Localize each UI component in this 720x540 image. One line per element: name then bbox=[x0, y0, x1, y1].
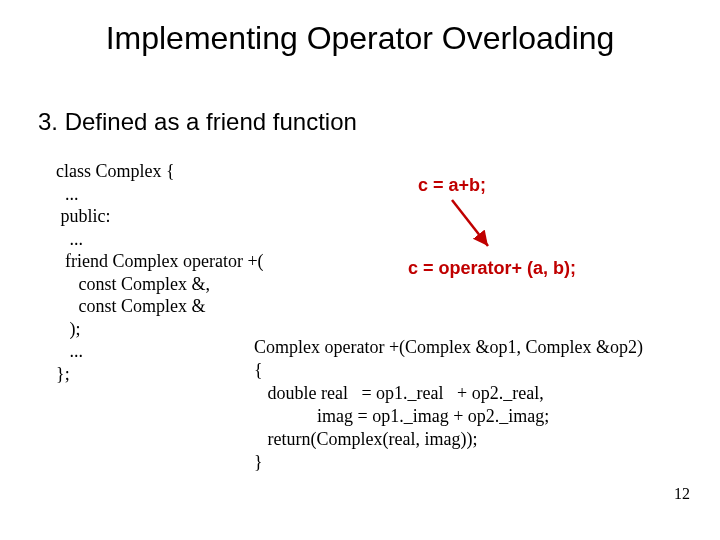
arrow-down-right-icon bbox=[444, 196, 514, 256]
slide: Implementing Operator Overloading 3. Def… bbox=[0, 0, 720, 540]
class-declaration-code: class Complex { ... public: ... friend C… bbox=[56, 160, 264, 385]
expression-expanded: c = operator+ (a, b); bbox=[408, 258, 576, 279]
svg-line-0 bbox=[452, 200, 488, 246]
page-number: 12 bbox=[674, 485, 690, 503]
section-heading: 3. Defined as a friend function bbox=[38, 108, 357, 136]
expression-call: c = a+b; bbox=[418, 175, 486, 196]
slide-title: Implementing Operator Overloading bbox=[0, 20, 720, 57]
function-definition-code: Complex operator +(Complex &op1, Complex… bbox=[254, 336, 714, 474]
